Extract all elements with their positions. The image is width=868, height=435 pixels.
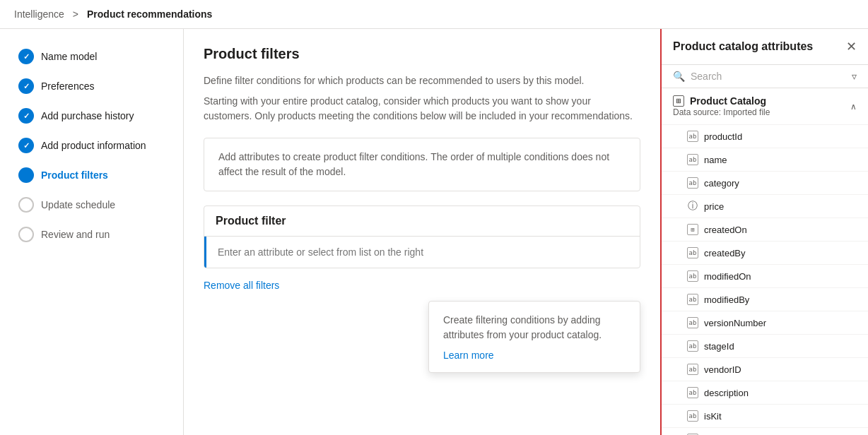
attr-type-icon: ab	[687, 294, 698, 305]
attribute-name: productId	[704, 131, 742, 142]
attribute-name: stageId	[704, 341, 734, 352]
sidebar-item-add-product-information[interactable]: ✓ Add product information	[11, 132, 172, 159]
catalog-group-title: ⊞ Product Catalog	[673, 95, 770, 107]
step-icon-review-and-run	[18, 227, 34, 242]
sidebar: ✓ Name model ✓ Preferences ✓ Add purchas…	[0, 29, 184, 435]
tooltip-box: Create filtering conditions by adding at…	[428, 301, 640, 373]
attr-type-icon: ab	[687, 317, 698, 328]
attribute-item-isStockItem[interactable]: abisStockItem	[662, 428, 868, 435]
right-panel: Product catalog attributes ✕ 🔍 ▿ ⊞ Produ…	[660, 29, 868, 435]
attr-type-icon: ab	[687, 270, 698, 282]
attribute-item-stageId[interactable]: abstageId	[662, 335, 868, 358]
sidebar-label-add-product-information: Add product information	[41, 140, 146, 151]
attr-type-icon: ab	[687, 340, 698, 352]
attribute-item-modifiedBy[interactable]: abmodifiedBy	[662, 288, 868, 311]
breadcrumb: Intelligence > Product recommendations	[0, 0, 868, 29]
breadcrumb-current: Product recommendations	[87, 8, 212, 20]
sidebar-item-update-schedule[interactable]: Update schedule	[11, 191, 172, 218]
attr-type-icon: ab	[687, 364, 698, 375]
attribute-item-modifiedOn[interactable]: abmodifiedOn	[662, 265, 868, 288]
attribute-item-productId[interactable]: abproductId	[662, 125, 868, 148]
panel-close-button[interactable]: ✕	[846, 39, 857, 54]
step-icon-name-model: ✓	[18, 49, 34, 64]
sidebar-label-name-model: Name model	[41, 51, 97, 62]
attribute-item-category[interactable]: abcategory	[662, 172, 868, 195]
catalog-datasource: Data source: Imported file	[673, 107, 770, 117]
attribute-name: description	[704, 388, 749, 398]
page-title: Product filters	[204, 46, 640, 62]
remove-all-filters-link[interactable]: Remove all filters	[204, 280, 279, 291]
step-icon-preferences: ✓	[18, 78, 34, 94]
search-input[interactable]	[691, 71, 846, 82]
sidebar-item-product-filters[interactable]: Product filters	[11, 162, 172, 189]
info-box: Add attributes to create product filter …	[204, 138, 640, 191]
sidebar-label-review-and-run: Review and run	[41, 229, 110, 240]
step-icon-add-purchase-history: ✓	[18, 108, 34, 124]
sidebar-item-name-model[interactable]: ✓ Name model	[11, 43, 172, 70]
breadcrumb-separator: >	[73, 8, 78, 20]
catalog-name: Product Catalog	[690, 95, 766, 107]
step-icon-update-schedule	[18, 197, 34, 213]
table-icon: ⊞	[673, 95, 684, 107]
attr-type-icon: ⓘ	[687, 201, 698, 212]
panel-title: Product catalog attributes	[673, 40, 813, 53]
sidebar-item-preferences[interactable]: ✓ Preferences	[11, 73, 172, 100]
attr-type-icon: ab	[687, 131, 698, 142]
catalog-group: ⊞ Product Catalog Data source: Imported …	[662, 88, 868, 435]
attribute-name: modifiedBy	[704, 294, 749, 305]
attribute-name: createdBy	[704, 248, 746, 258]
attribute-name: isKit	[704, 411, 722, 422]
sidebar-label-update-schedule: Update schedule	[41, 199, 115, 210]
attribute-item-createdOn[interactable]: ⊞createdOn	[662, 218, 868, 242]
tooltip-learn-more-link[interactable]: Learn more	[443, 350, 494, 361]
attribute-name: category	[704, 178, 739, 189]
content-description-2: Starting with your entire product catalo…	[204, 94, 640, 124]
attribute-item-versionNumber[interactable]: abversionNumber	[662, 311, 868, 335]
attr-type-icon: ab	[687, 177, 698, 189]
attribute-item-createdBy[interactable]: abcreatedBy	[662, 242, 868, 265]
attribute-list: abproductIdabnameabcategoryⓘprice⊞create…	[662, 125, 868, 435]
filter-section: Product filter	[204, 205, 640, 268]
attribute-item-description[interactable]: abdescription	[662, 381, 868, 405]
attr-type-icon: ab	[687, 154, 698, 165]
attribute-item-price[interactable]: ⓘprice	[662, 195, 868, 218]
attr-type-icon: ab	[687, 387, 698, 398]
attribute-name: vendorID	[704, 364, 741, 375]
sidebar-label-add-purchase-history: Add purchase history	[41, 110, 134, 121]
attribute-name: createdOn	[704, 225, 747, 235]
attribute-item-isKit[interactable]: abisKit	[662, 405, 868, 428]
breadcrumb-parent[interactable]: Intelligence	[14, 8, 64, 20]
search-icon: 🔍	[673, 71, 685, 82]
tooltip-text: Create filtering conditions by adding at…	[443, 313, 626, 342]
sidebar-item-add-purchase-history[interactable]: ✓ Add purchase history	[11, 102, 172, 129]
sidebar-label-product-filters: Product filters	[41, 169, 108, 181]
panel-header: Product catalog attributes ✕	[662, 29, 868, 65]
attribute-name: modifiedOn	[704, 271, 751, 282]
panel-search: 🔍 ▿	[662, 65, 868, 88]
attribute-item-name[interactable]: abname	[662, 148, 868, 172]
sidebar-label-preferences: Preferences	[41, 81, 94, 92]
attr-type-icon: ab	[687, 247, 698, 258]
catalog-group-header[interactable]: ⊞ Product Catalog Data source: Imported …	[662, 88, 868, 125]
attribute-name: name	[704, 155, 727, 165]
chevron-up-icon: ∧	[850, 102, 857, 112]
step-icon-product-filters	[18, 167, 34, 183]
attribute-name: versionNumber	[704, 318, 766, 328]
filter-icon[interactable]: ▿	[852, 71, 857, 82]
panel-list: ⊞ Product Catalog Data source: Imported …	[662, 88, 868, 435]
attr-type-icon: ⊞	[687, 224, 698, 235]
attribute-name: price	[704, 201, 724, 212]
filter-input[interactable]	[206, 237, 640, 268]
attr-type-icon: ab	[687, 410, 698, 422]
sidebar-item-review-and-run[interactable]: Review and run	[11, 221, 172, 248]
filter-input-row	[204, 237, 640, 268]
content-description-1: Define filter conditions for which produ…	[204, 73, 640, 88]
main-content: Product filters Define filter conditions…	[184, 29, 660, 435]
step-icon-add-product-information: ✓	[18, 138, 34, 153]
attribute-item-vendorID[interactable]: abvendorID	[662, 358, 868, 381]
filter-section-header: Product filter	[204, 206, 640, 237]
